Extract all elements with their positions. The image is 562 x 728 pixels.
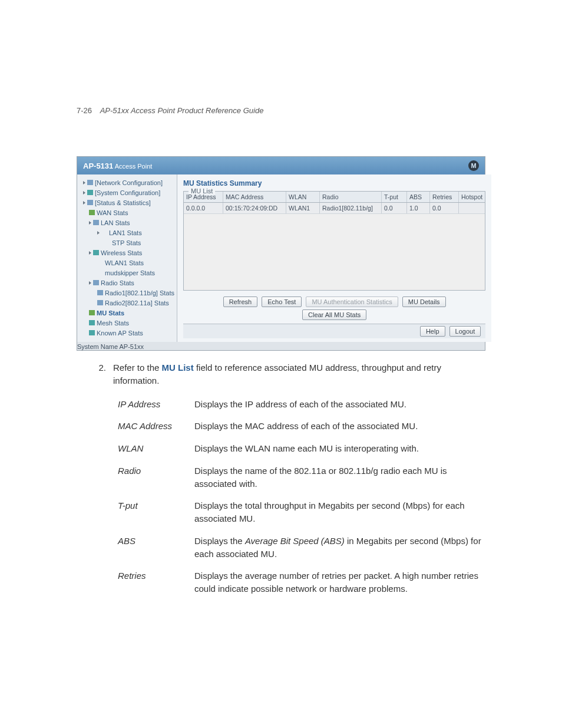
tree-radio-stats[interactable]: Radio Stats bbox=[81, 278, 174, 288]
clear-all-mu-stats-button[interactable]: Clear All MU Stats bbox=[302, 309, 366, 320]
def-mac: MAC Address Displays the MAC address of … bbox=[118, 420, 485, 433]
nav-tree: [Network Configuration] [System Configur… bbox=[77, 174, 177, 342]
cell-hotspot bbox=[459, 203, 485, 213]
page-header: 7-26 AP-51xx Access Point Product Refere… bbox=[77, 106, 485, 115]
product-name: AP-5131 Access Point bbox=[83, 162, 152, 170]
groupbox-legend: MU List bbox=[189, 187, 215, 195]
col-mac[interactable]: MAC Address bbox=[223, 192, 286, 202]
main-panel: MU Statistics Summary MU List IP Address… bbox=[177, 174, 491, 342]
col-abs[interactable]: ABS bbox=[407, 192, 430, 202]
def-tput: T-put Displays the total throughput in M… bbox=[118, 499, 485, 525]
tree-wireless-stats[interactable]: Wireless Stats bbox=[81, 248, 174, 258]
cell-wlan: WLAN1 bbox=[286, 203, 320, 213]
cell-radio: Radio1[802.11b/g] bbox=[320, 203, 382, 213]
table-header: IP Address MAC Address WLAN Radio T-put … bbox=[184, 192, 485, 203]
cell-abs: 1.0 bbox=[407, 203, 430, 213]
step-number: 2. bbox=[77, 361, 113, 387]
tree-system-configuration[interactable]: [System Configuration] bbox=[81, 188, 174, 198]
def-abs: ABS Displays the Average Bit Speed (ABS)… bbox=[118, 535, 485, 561]
def-radio: Radio Displays the name of the 802.11a o… bbox=[118, 465, 485, 490]
col-tput[interactable]: T-put bbox=[382, 192, 407, 202]
cell-retries: 0.0 bbox=[430, 203, 459, 213]
tree-radio2-stats[interactable]: Radio2[802.11a] Stats bbox=[81, 298, 174, 308]
definition-list: IP Address Displays the IP address of ea… bbox=[118, 398, 485, 595]
logout-button[interactable]: Logout bbox=[449, 326, 481, 337]
cell-ip: 0.0.0.0 bbox=[184, 203, 223, 213]
mu-auth-stats-button[interactable]: MU Authentication Statistics bbox=[306, 297, 398, 307]
col-retries[interactable]: Retries bbox=[430, 192, 459, 202]
echo-test-button[interactable]: Echo Test bbox=[262, 297, 302, 307]
tree-status-statistics[interactable]: [Status & Statistics] bbox=[81, 198, 174, 208]
button-row-1: Refresh Echo Test MU Authentication Stat… bbox=[183, 295, 485, 309]
cell-tput: 0.0 bbox=[382, 203, 407, 213]
def-wlan: WLAN Displays the WLAN name each MU is i… bbox=[118, 442, 485, 455]
tree-known-ap-stats[interactable]: Known AP Stats bbox=[81, 328, 174, 338]
def-ip: IP Address Displays the IP address of ea… bbox=[118, 398, 485, 411]
mu-list-groupbox: MU List IP Address MAC Address WLAN Radi… bbox=[183, 191, 485, 291]
guide-title: AP-51xx Access Point Product Reference G… bbox=[100, 106, 264, 115]
col-hotspot[interactable]: Hotspot bbox=[459, 192, 485, 202]
app-window: AP-5131 Access Point M [Network Configur… bbox=[77, 156, 485, 351]
table-row[interactable]: 0.0.0.0 00:15:70:24:09:DD WLAN1 Radio1[8… bbox=[184, 203, 485, 214]
mu-list-keyword: MU List bbox=[162, 363, 194, 373]
status-bar: System Name AP-51xx bbox=[77, 342, 485, 350]
footer-bar: Help Logout bbox=[183, 324, 485, 338]
tree-mesh-stats[interactable]: Mesh Stats bbox=[81, 318, 174, 328]
product-model: AP-5131 bbox=[83, 162, 113, 170]
instruction-step: 2. Refer to the MU List field to referen… bbox=[77, 361, 485, 387]
panel-title: MU Statistics Summary bbox=[183, 179, 485, 187]
table-empty-area bbox=[184, 214, 485, 290]
tree-lan1-stats[interactable]: LAN1 Stats bbox=[81, 228, 174, 238]
tree-mudskipper-stats[interactable]: mudskipper Stats bbox=[81, 268, 174, 278]
tree-lan-stats[interactable]: LAN Stats bbox=[81, 218, 174, 228]
tree-radio1-stats[interactable]: Radio1[802.11b/g] Stats bbox=[81, 288, 174, 298]
page-number: 7-26 bbox=[77, 106, 92, 115]
mu-details-button[interactable]: MU Details bbox=[402, 297, 446, 307]
titlebar: AP-5131 Access Point M bbox=[77, 157, 485, 174]
tree-wlan1-stats[interactable]: WLAN1 Stats bbox=[81, 258, 174, 268]
def-retries: Retries Displays the average number of r… bbox=[118, 569, 485, 595]
refresh-button[interactable]: Refresh bbox=[223, 297, 258, 307]
tree-wan-stats[interactable]: WAN Stats bbox=[81, 208, 174, 218]
button-row-2: Clear All MU Stats bbox=[183, 309, 485, 324]
help-button[interactable]: Help bbox=[420, 326, 445, 337]
motorola-logo-icon: M bbox=[468, 160, 479, 171]
tree-stp-stats[interactable]: STP Stats bbox=[81, 238, 174, 248]
product-suffix: Access Point bbox=[115, 163, 153, 170]
col-radio[interactable]: Radio bbox=[320, 192, 382, 202]
cell-mac: 00:15:70:24:09:DD bbox=[223, 203, 286, 213]
col-wlan[interactable]: WLAN bbox=[286, 192, 320, 202]
tree-network-configuration[interactable]: [Network Configuration] bbox=[81, 178, 174, 188]
tree-mu-stats[interactable]: MU Stats bbox=[81, 308, 174, 318]
step-text: Refer to the MU List field to reference … bbox=[113, 361, 485, 387]
